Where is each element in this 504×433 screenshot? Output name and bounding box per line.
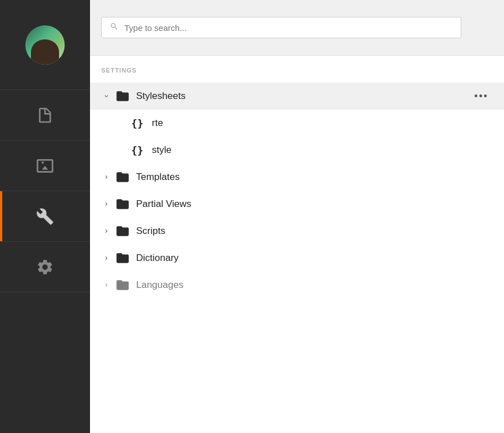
wrench-icon (35, 206, 55, 227)
tree-item-style[interactable]: {} style (90, 137, 504, 164)
chevron-right-icon-2 (101, 199, 111, 209)
tree-item-stylesheets[interactable]: Stylesheets ••• (90, 83, 504, 110)
templates-label: Templates (136, 172, 493, 183)
document-icon (35, 105, 55, 125)
scripts-label: Scripts (136, 225, 493, 237)
search-box[interactable] (101, 17, 461, 38)
search-input[interactable] (124, 23, 453, 33)
gear-icon (35, 257, 55, 277)
tree-item-languages[interactable]: Languages (90, 272, 504, 299)
languages-label: Languages (136, 279, 493, 291)
sidebar-item-media[interactable] (0, 141, 90, 191)
avatar (25, 25, 65, 65)
sidebar-item-gear[interactable] (0, 242, 90, 292)
chevron-right-icon-5 (101, 280, 111, 290)
tree-item-partial-views[interactable]: Partial Views (90, 191, 504, 218)
chevron-right-icon-3 (101, 226, 111, 236)
style-label: style (152, 145, 172, 156)
folder-icon (115, 88, 130, 104)
tree-item-rte[interactable]: {} rte (90, 110, 504, 137)
code-icon-2: {} (129, 142, 145, 158)
folder-icon-templates (115, 169, 130, 185)
partial-views-label: Partial Views (136, 199, 493, 210)
section-label: SETTINGS (90, 67, 504, 83)
more-options-button[interactable]: ••• (470, 91, 493, 102)
folder-icon-partial-views (115, 196, 130, 212)
tree-item-dictionary[interactable]: Dictionary (90, 245, 504, 272)
main-content: SETTINGS Stylesheets ••• {} rte {} style (90, 0, 504, 433)
sidebar-item-settings[interactable] (0, 191, 90, 242)
rte-label: rte (152, 118, 163, 129)
image-icon (35, 156, 55, 176)
chevron-right-icon-4 (101, 253, 111, 263)
folder-icon-languages (115, 277, 130, 293)
search-area (90, 0, 504, 56)
tree-item-scripts[interactable]: Scripts (90, 218, 504, 245)
chevron-down-icon (101, 91, 111, 101)
stylesheets-label: Stylesheets (136, 91, 470, 102)
code-icon: {} (129, 115, 145, 131)
folder-icon-scripts (115, 223, 130, 239)
tree-item-templates[interactable]: Templates (90, 164, 504, 191)
tree-panel: SETTINGS Stylesheets ••• {} rte {} style (90, 56, 504, 433)
sidebar-item-documents[interactable] (0, 90, 90, 141)
folder-icon-dictionary (115, 250, 130, 266)
chevron-right-icon (101, 172, 111, 182)
avatar-area (0, 0, 90, 90)
dictionary-label: Dictionary (136, 252, 493, 264)
sidebar (0, 0, 90, 433)
search-icon (110, 22, 119, 33)
